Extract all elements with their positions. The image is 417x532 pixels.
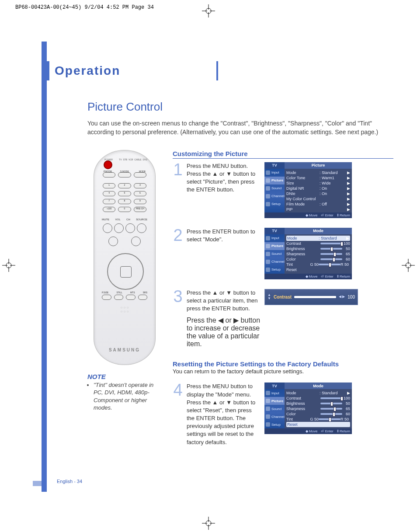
osd-screenshot-1: TVPicture Input Picture Sound Channel Se…	[264, 162, 393, 218]
osd-screenshot-3: ▲▼ Contrast ◀ ▶ 100	[264, 289, 393, 305]
subsection-title-reset: Resetting the Picture Settings to the Fa…	[173, 360, 393, 368]
brand-label: SAMSUNG	[94, 348, 155, 352]
step-2: 2 Press the ENTER button to select "Mode…	[173, 228, 393, 279]
osd-screenshot-4: TVMode Input Picture Sound Channel Setup…	[264, 382, 393, 434]
page-tab-marker	[33, 481, 42, 486]
step-text: Press the ▲ or ▼ button to select a part…	[187, 289, 261, 313]
reset-intro: You can return to the factory default pi…	[173, 368, 393, 376]
osd-screenshot-2: TVMode Input Picture Sound Channel Setup…	[264, 228, 393, 279]
crop-mark-icon	[402, 259, 415, 274]
remote-column: TV STB VCR CABLE DVD POWER P.MODE S.MODE…	[87, 150, 162, 456]
page-footer: English - 34	[57, 479, 82, 484]
steps-column: Customizing the Picture 1 Press the MENU…	[173, 150, 393, 456]
manual-page: BP68-00423A-00(24~45) 9/2/04 4:52 PM Pag…	[0, 0, 417, 532]
step-1: 1 Press the MENU button. Press the ▲ or …	[173, 162, 393, 218]
remote-illustration: TV STB VCR CABLE DVD POWER P.MODE S.MODE…	[94, 150, 156, 365]
step-number: 4	[173, 382, 183, 397]
note-text: "Tint" doesn't operate in PC, DVI, HDMI,…	[94, 381, 162, 412]
note-title: NOTE	[87, 373, 162, 380]
step-3: 3 Press the ▲ or ▼ button to select a pa…	[173, 289, 393, 313]
crop-mark-icon	[202, 517, 215, 530]
section-header: Operation	[46, 61, 391, 80]
intro-text: You can use the on-screen menus to chang…	[87, 119, 389, 137]
subsection-title: Customizing the Picture	[173, 150, 393, 159]
step-number: 1	[173, 162, 183, 177]
crop-mark-icon	[2, 259, 15, 274]
page-title: Picture Control	[87, 100, 391, 114]
step-text: Press the ENTER button to select "Mode".	[187, 228, 261, 243]
step-text: Press the MENU button. Press the ▲ or ▼ …	[187, 162, 261, 194]
note-block: NOTE "Tint" doesn't operate in PC, DVI, …	[87, 373, 162, 412]
step-text: Press the MENU button to display the "Mo…	[187, 382, 261, 446]
section-title: Operation	[50, 61, 218, 80]
step-number: 2	[173, 228, 183, 243]
content-area: Operation Picture Control You can use th…	[46, 37, 391, 456]
step-text-extra: Press the ◀ or ▶ button to increase or d…	[187, 316, 261, 348]
print-header: BP68-00423A-00(24~45) 9/2/04 4:52 PM Pag…	[15, 4, 154, 10]
crop-mark-icon	[202, 4, 215, 17]
step-number: 3	[173, 289, 183, 304]
dpad-icon	[107, 253, 142, 288]
power-button-icon	[104, 160, 112, 169]
step-4: 4 Press the MENU button to display the "…	[173, 382, 393, 446]
